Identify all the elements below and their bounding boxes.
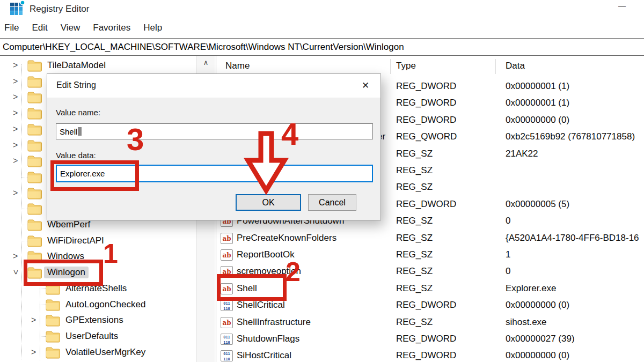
tree-item-windows[interactable]: > Windows: [0, 249, 196, 264]
value-type: REG_QWORD: [396, 131, 457, 142]
value-data: Explorer.exe: [506, 283, 557, 294]
value-data: 1: [506, 249, 510, 260]
folder-icon: [27, 90, 42, 104]
registry-value-row-scremoveoption[interactable]: ab scremoveoption REG_SZ 0: [217, 264, 644, 280]
scroll-up-icon[interactable]: ∧: [197, 57, 215, 69]
value-data-label: Value data:: [56, 151, 96, 160]
value-type: REG_SZ: [396, 317, 433, 328]
tree-item-userdefaults[interactable]: UserDefaults: [0, 329, 196, 344]
tree-item-label: Windows: [44, 250, 87, 262]
tree-item-label: VolatileUserMgrKey: [62, 346, 149, 358]
value-data: 0x00000000 (0): [506, 300, 569, 311]
value-name: ShellCritical: [237, 300, 285, 311]
string-value-icon: ab: [221, 283, 233, 294]
registry-value-row-shellinfrastructure[interactable]: ab ShellInfrastructure REG_SZ sihost.exe: [217, 315, 644, 331]
chevron-icon[interactable]: >: [13, 91, 18, 103]
registry-value-row-shell[interactable]: ab Shell REG_SZ Explorer.exe: [217, 281, 644, 298]
tree-item-label: AutoLogonChecked: [62, 299, 149, 311]
value-name: ShutdownFlags: [237, 334, 299, 344]
value-type: REG_DWORD: [396, 300, 456, 311]
column-header-data[interactable]: Data: [506, 61, 525, 71]
string-value-icon: ab: [221, 233, 233, 244]
text-cursor: [78, 127, 82, 136]
chevron-icon[interactable]: >: [31, 346, 36, 358]
tree-item-label: Winlogon: [44, 267, 89, 278]
folder-icon: [27, 58, 42, 72]
minimize-button[interactable]: —: [615, 2, 629, 12]
tree-item-winlogon[interactable]: > Winlogon: [0, 265, 196, 280]
value-name: PreCreateKnownFolders: [237, 233, 336, 243]
dialog-title-bar: Edit String ✕: [47, 74, 380, 98]
folder-icon: [27, 234, 42, 248]
registry-value-row-precreateknownfolders[interactable]: ab PreCreateKnownFolders REG_SZ {A520A1A…: [217, 231, 644, 247]
close-icon[interactable]: ✕: [358, 79, 372, 92]
window-title: Registry Editor: [30, 4, 89, 14]
column-header-name[interactable]: Name: [225, 61, 250, 71]
chevron-icon[interactable]: >: [13, 107, 18, 119]
folder-icon: [27, 154, 42, 168]
chevron-icon[interactable]: >: [13, 76, 18, 87]
value-type: REG_SZ: [396, 249, 433, 260]
value-data-input[interactable]: Explorer.exe: [56, 165, 373, 182]
chevron-icon[interactable]: >: [13, 155, 18, 167]
column-header-type[interactable]: Type: [396, 61, 416, 71]
registry-editor-window: Registry Editor — FileEditViewFavoritesH…: [0, 0, 644, 362]
dword-value-icon: 011110: [221, 300, 233, 311]
folder-icon: [45, 298, 60, 312]
chevron-icon[interactable]: >: [13, 60, 18, 71]
tree-item-label: TileDataModel: [44, 60, 109, 71]
value-type: REG_DWORD: [396, 115, 456, 125]
tree-item-volatileusermgrkey[interactable]: > VolatileUserMgrKey: [0, 345, 196, 360]
value-type: REG_SZ: [396, 216, 433, 226]
chevron-icon[interactable]: >: [13, 123, 18, 135]
menu-item-file[interactable]: File: [4, 20, 25, 35]
value-data: 0x00000001 (1): [506, 81, 569, 92]
tree-item-label: UserDefaults: [62, 330, 121, 342]
column-separator[interactable]: [390, 59, 391, 74]
folder-icon: [27, 170, 42, 184]
value-data: 0: [506, 216, 510, 226]
tree-item-gpextensions[interactable]: > GPExtensions: [0, 313, 196, 328]
chevron-icon[interactable]: >: [13, 187, 18, 199]
folder-icon: [27, 122, 42, 136]
registry-value-row-shellcritical[interactable]: 011110 ShellCritical REG_DWORD 0x0000000…: [217, 298, 644, 314]
tree-item-autologonchecked[interactable]: AutoLogonChecked: [0, 297, 196, 313]
chevron-icon[interactable]: >: [10, 270, 21, 275]
ok-button[interactable]: OK: [236, 194, 301, 211]
address-bar[interactable]: Computer\HKEY_LOCAL_MACHINE\SOFTWARE\Mic…: [0, 38, 644, 56]
folder-icon: [27, 138, 42, 152]
registry-value-row-shutdownflags[interactable]: 011110 ShutdownFlags REG_DWORD 0x0000002…: [217, 331, 644, 348]
chevron-icon[interactable]: >: [13, 139, 18, 151]
value-name-input[interactable]: Shell: [56, 123, 373, 139]
tree-item-alternateshells[interactable]: AlternateShells: [0, 281, 196, 297]
menu-item-edit[interactable]: Edit: [32, 20, 54, 35]
folder-icon: [27, 265, 42, 279]
folder-icon: [45, 345, 60, 359]
value-data: {A520A1A4-1780-4FF6-BD18-16: [506, 233, 639, 243]
menu-item-favorites[interactable]: Favorites: [93, 20, 137, 35]
folder-icon: [45, 313, 60, 327]
menu-item-view[interactable]: View: [61, 20, 87, 35]
menu-item-help[interactable]: Help: [143, 20, 169, 35]
registry-value-row-reportbootok[interactable]: ab ReportBootOk REG_SZ 1: [217, 247, 644, 264]
value-data: 0xb2c5169b92 (767810771858): [506, 131, 635, 142]
registry-value-row-sihostcritical[interactable]: 011110 SiHostCritical REG_DWORD 0x000000…: [217, 348, 644, 362]
value-type: REG_SZ: [396, 283, 433, 294]
dword-value-icon: 011110: [221, 350, 233, 361]
value-type: REG_DWORD: [396, 350, 456, 361]
tree-item-wifidirectapi[interactable]: WiFiDirectAPI: [0, 233, 196, 249]
folder-icon: [27, 218, 42, 232]
value-name-text: Shell: [60, 127, 77, 136]
value-data: 0x00000027 (39): [506, 334, 575, 344]
cancel-button[interactable]: Cancel: [308, 194, 356, 211]
value-type: REG_SZ: [396, 266, 433, 277]
value-name: Shell: [237, 283, 257, 294]
tree-item-tiledatamodel[interactable]: > TileDataModel: [0, 58, 196, 73]
value-data: 0x00000000 (0): [506, 115, 569, 125]
column-separator[interactable]: [495, 59, 496, 74]
chevron-icon[interactable]: >: [13, 250, 18, 262]
chevron-icon[interactable]: >: [31, 314, 36, 326]
menu-bar: FileEditViewFavoritesHelp: [0, 17, 644, 38]
value-data: 0x00000005 (5): [506, 199, 569, 210]
folder-icon: [27, 186, 42, 200]
